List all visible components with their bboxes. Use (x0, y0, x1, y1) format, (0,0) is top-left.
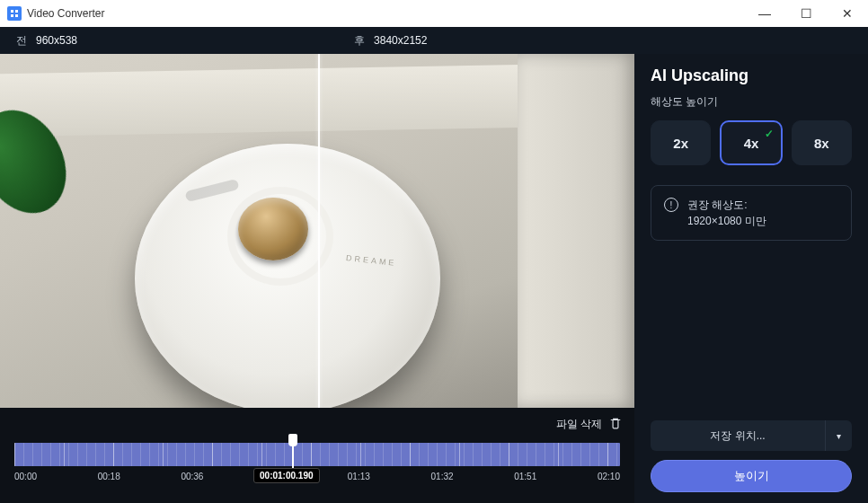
time-mark: 00:00 (14, 472, 37, 481)
before-label: 전 (16, 33, 27, 49)
timeline-playhead[interactable] (288, 434, 297, 470)
window-maximize-button[interactable]: ☐ (785, 0, 827, 27)
time-mark: 02:10 (598, 472, 620, 481)
timeline-labels: 00:00 00:18 00:36 00:54 01:13 01:32 01:5… (14, 472, 620, 481)
after-label: 후 (354, 33, 365, 49)
app-icon (7, 6, 22, 21)
time-mark: 00:18 (98, 472, 120, 481)
time-mark: 01:32 (431, 472, 454, 481)
scale-option-4x[interactable]: 4x ✓ (720, 120, 782, 165)
recommended-label: 권장 해상도: (687, 199, 748, 211)
titlebar: Video Converter — ☐ ✕ (0, 0, 868, 27)
timeline-track[interactable] (14, 443, 620, 466)
before-resolution: 960x538 (36, 34, 77, 47)
info-icon: ! (664, 198, 678, 212)
scale-option-label: 2x (673, 136, 688, 151)
file-delete-label: 파일 삭제 (556, 417, 602, 432)
svg-rect-3 (15, 14, 18, 17)
window-minimize-button[interactable]: — (744, 0, 785, 27)
svg-rect-0 (11, 10, 13, 13)
compare-slider-handle[interactable] (318, 54, 320, 408)
svg-rect-1 (15, 10, 18, 13)
time-mark: 01:13 (348, 472, 370, 481)
window-title: Video Converter (27, 7, 744, 20)
time-mark: 00:36 (181, 472, 203, 481)
timeline-current-time: 00:01:00.190 (253, 468, 320, 483)
after-resolution: 3840x2152 (374, 34, 427, 47)
scale-option-2x[interactable]: 2x (651, 120, 711, 165)
panel-title: AI Upscaling (651, 66, 852, 85)
svg-rect-2 (11, 14, 13, 17)
file-delete-button[interactable]: 파일 삭제 (13, 417, 622, 437)
video-preview: DREAME (0, 54, 634, 408)
save-location-label: 저장 위치... (651, 428, 825, 444)
scale-option-8x[interactable]: 8x (792, 120, 852, 165)
upscale-button[interactable]: 높이기 (651, 460, 852, 492)
trash-icon (609, 417, 622, 432)
recommended-resolution-box: ! 권장 해상도: 1920×1080 미만 (651, 185, 852, 241)
scale-option-label: 8x (814, 136, 829, 151)
scale-option-label: 4x (744, 136, 759, 151)
chevron-down-icon[interactable]: ▾ (825, 420, 852, 451)
recommended-value: 1920×1080 미만 (687, 215, 766, 227)
resolution-compare-bar: 전 960x538 후 3840x2152 (0, 27, 868, 54)
upscale-button-label: 높이기 (734, 468, 769, 484)
window-close-button[interactable]: ✕ (827, 0, 868, 27)
check-icon: ✓ (765, 128, 774, 140)
panel-subtitle: 해상도 높이기 (651, 94, 852, 110)
time-mark: 01:51 (514, 472, 536, 481)
save-location-dropdown[interactable]: 저장 위치... ▾ (651, 420, 852, 451)
